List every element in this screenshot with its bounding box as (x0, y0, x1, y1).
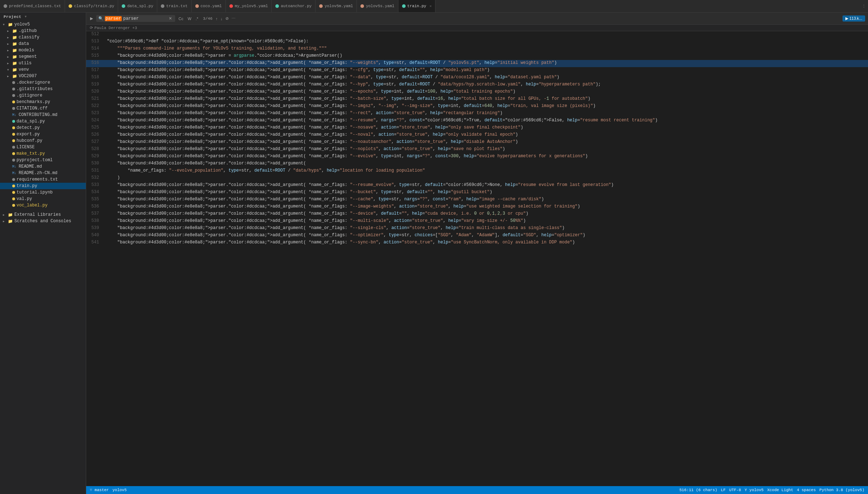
tab-yolov5s[interactable]: yolov5s.yaml (357, 0, 398, 13)
sidebar-item-data-spl[interactable]: ▶ data_spl.py (0, 118, 86, 125)
line-number: 534 (86, 189, 104, 196)
sidebar-item-license[interactable]: ▶ LICENSE (0, 144, 86, 150)
sidebar-item-val[interactable]: ▶ val.py (0, 196, 86, 202)
code-table: 512 513"color:#569cd6;">def "color:#dcdc… (86, 31, 868, 247)
search-prev-btn[interactable]: ↑ (215, 16, 219, 21)
sidebar-item-train-py[interactable]: ▶ train.py (0, 183, 86, 189)
status-line-col[interactable]: 516:11 (6 chars) (679, 488, 717, 492)
tab-label-yolov5m: yolov5m.yaml (325, 4, 353, 8)
sidebar-item-readme-zh[interactable]: ▶ M↓ README.zh-CN.md (0, 170, 86, 176)
table-row: 521 "background:#4d3d00;color:#e8e8a8;">… (86, 96, 868, 103)
readme-label: README.md (19, 164, 42, 169)
sidebar-item-hubconf[interactable]: ▶ hubconf.py (0, 138, 86, 144)
sidebar-item-classify[interactable]: ▶ 📁 classify (0, 34, 86, 41)
sidebar-item-utils[interactable]: ▶ 📁 utils (0, 60, 86, 66)
line-number: 520 (86, 89, 104, 96)
status-branch[interactable]: ⑂ master (90, 488, 109, 492)
sidebar-item-dockerignore[interactable]: ▶ .dockerignore (0, 79, 86, 86)
line-content: "background:#4d3d00;color:#e8e8a8;">pars… (104, 232, 868, 239)
line-number: 539 (86, 225, 104, 232)
line-content: "background:#4d3d00;color:#e8e8a8;">pars… (104, 218, 868, 225)
voc2007-label: VOC2007 (19, 74, 37, 79)
search-more-btn[interactable]: ⋯ (230, 16, 237, 21)
sidebar-item-contributing[interactable]: ▶ M↓ CONTRIBUTING.md (0, 112, 86, 118)
line-content: "background:#4d3d00;color:#e8e8a8;">pars… (104, 160, 868, 168)
line-content: "background:#4d3d00;color:#e8e8a8;">pars… (104, 182, 868, 189)
table-row: 532 ) (86, 175, 868, 182)
status-interpreter[interactable]: Y yolov5 (745, 488, 764, 492)
line-content: "background:#4d3d00;color:#e8e8a8;">pars… (104, 96, 868, 103)
sidebar-item-voc-label[interactable]: ▶ voc_label.py (0, 202, 86, 209)
status-spaces[interactable]: 4 spaces (797, 488, 816, 492)
sidebar-item-benchmarks[interactable]: ▶ benchmarks.py (0, 99, 86, 105)
sidebar-item-data[interactable]: ▶ 📁 data (0, 41, 86, 47)
tab-label-classify: classify/train.py (74, 4, 114, 8)
sidebar-item-models[interactable]: ▶ 📁 models (0, 47, 86, 53)
github-folder-icon: 📁 (12, 29, 17, 33)
search-word-btn[interactable]: W (187, 16, 192, 21)
line-number: 516 (86, 60, 104, 67)
sidebar-item-segment[interactable]: ▶ 📁 segment (0, 53, 86, 60)
sidebar-item-voc2007[interactable]: ▶ 📁 VOC2007 (0, 73, 86, 79)
line-content: "background:#4d3d00;color:#e8e8a8;">pars… (104, 225, 868, 232)
project-header[interactable]: Project ▼ (0, 13, 86, 21)
status-line-ending[interactable]: LF (721, 488, 725, 492)
tab-overflow[interactable]: ⋮ (862, 4, 868, 9)
search-icon: 🔍 (98, 16, 103, 21)
sidebar-item-citation[interactable]: ▶ CITATION.cff (0, 105, 86, 112)
search-next-btn[interactable]: ↓ (219, 16, 224, 21)
sidebar-item-pyproject[interactable]: ▶ pyproject.toml (0, 157, 86, 163)
search-expand-btn[interactable]: ▶ (89, 16, 94, 21)
sidebar-root[interactable]: ▼ 📁 yolov5 (0, 21, 86, 28)
sidebar-item-gitignore[interactable]: ▶ .gitignore (0, 92, 86, 99)
tab-my-yolov5[interactable]: my_yolov5.yaml (226, 0, 272, 13)
search-bar: ▶ 🔍 parser ✕ Cc W .* 3/46 ↑ ↓ ⊘ ⋯ ▶ 113.… (86, 13, 868, 25)
ext-label: External Libraries (14, 212, 61, 217)
tab-train-py[interactable]: train.py ✕ (398, 0, 436, 13)
action-btn-1[interactable]: ▶ 113.k... (843, 15, 865, 22)
sidebar-item-export[interactable]: ▶ export.py (0, 131, 86, 138)
line-number: 518 (86, 74, 104, 81)
tutorial-label: tutorial.ipynb (17, 190, 53, 195)
sidebar-item-tutorial[interactable]: ▶ tutorial.ipynb (0, 189, 86, 196)
sidebar-external-libraries[interactable]: ▶ 📁 External Libraries (0, 211, 86, 218)
tab-classify-train[interactable]: classify/train.py (65, 0, 118, 13)
sidebar-item-readme[interactable]: ▶ M↓ README.md (0, 163, 86, 170)
sidebar-scratches[interactable]: ▶ 📁 Scratches and Consoles (0, 218, 86, 224)
tab-label-my-yolov5: my_yolov5.yaml (235, 4, 268, 8)
sidebar-item-requirements[interactable]: ▶ requirements.txt (0, 176, 86, 183)
search-input[interactable] (123, 16, 166, 21)
tab-close-train-py[interactable]: ✕ (429, 4, 431, 8)
code-editor[interactable]: 512 513"color:#569cd6;">def "color:#dcdc… (86, 31, 868, 486)
sidebar-item-make-txt[interactable]: ▶ make_txt.py (0, 150, 86, 157)
sidebar-item-github[interactable]: ▶ 📁 .github (0, 28, 86, 34)
sidebar-item-detect[interactable]: ▶ detect.py (0, 125, 86, 131)
tab-icon-coco (195, 4, 199, 8)
status-ide[interactable]: Xcode Light (767, 488, 793, 492)
sidebar-item-gitattributes[interactable]: ▶ .gitattributes (0, 86, 86, 92)
line-content: "background:#4d3d00;color:#e8e8a8;">pars… (104, 117, 868, 125)
search-regex-btn[interactable]: .* (195, 16, 199, 21)
status-right: 516:11 (6 chars) LF UTF-8 Y yolov5 Xcode… (679, 488, 864, 492)
tab-yolov5m[interactable]: yolov5m.yaml (316, 0, 357, 13)
search-case-btn[interactable]: Cc (177, 16, 184, 21)
table-row: 514 """Parses command-line arguments for… (86, 46, 868, 53)
line-content: *name_or_flags: "--evolve_population", t… (104, 168, 868, 175)
scratches-folder-icon: 📁 (8, 219, 13, 224)
gitignore-dot (12, 94, 15, 97)
tab-train-txt[interactable]: train.txt (157, 0, 191, 13)
tab-predefined[interactable]: predefined_classes.txt (0, 0, 65, 13)
tab-autoanchor[interactable]: autoanchor.py (272, 0, 316, 13)
search-filter-btn[interactable]: ⊘ (224, 16, 230, 21)
tab-coco-yaml[interactable]: coco.yaml (192, 0, 226, 13)
github-arrow: ▶ (7, 29, 11, 33)
sidebar-item-venv[interactable]: ▼ 📁 venv (0, 66, 86, 73)
line-content: "background:#4d3d00;color:#e8e8a8;">pars… (104, 204, 868, 211)
line-content: "background:#4d3d00;color:#e8e8a8;">pars… (104, 132, 868, 139)
status-project[interactable]: yolov5 (112, 488, 127, 492)
status-bar: ⑂ master yolov5 516:11 (6 chars) LF UTF-… (86, 486, 868, 494)
status-python[interactable]: Python 3.8 (yolov5) (820, 488, 864, 492)
search-clear-btn[interactable]: ✕ (168, 16, 173, 21)
tab-data-spl[interactable]: data_spl.py (118, 0, 157, 13)
status-encoding[interactable]: UTF-8 (729, 488, 741, 492)
